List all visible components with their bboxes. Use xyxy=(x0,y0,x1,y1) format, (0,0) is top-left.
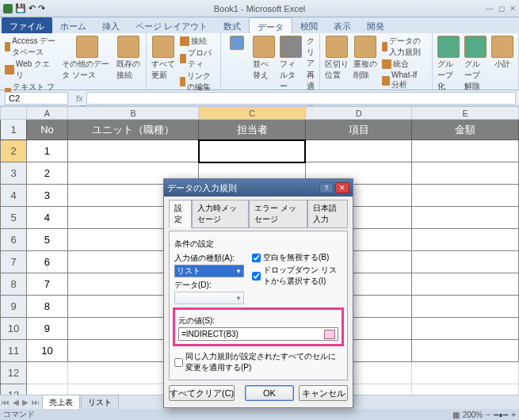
cell[interactable] xyxy=(412,162,519,185)
col-header-c[interactable]: C xyxy=(199,107,306,120)
ungroup-button[interactable]: グループ解除 xyxy=(464,36,487,92)
cell-a3[interactable]: 2 xyxy=(27,162,68,185)
cell-a6[interactable]: 5 xyxy=(27,229,68,251)
tab-file[interactable]: ファイル xyxy=(2,17,52,33)
dialog-tab-settings[interactable]: 設定 xyxy=(169,200,192,228)
name-box[interactable]: C2 xyxy=(5,92,68,105)
cell-a4[interactable]: 3 xyxy=(27,185,68,207)
cell-b2[interactable] xyxy=(67,140,199,162)
allow-combo[interactable]: リスト▼ xyxy=(174,265,244,277)
minimize-icon[interactable]: ― xyxy=(486,4,494,13)
close-icon[interactable]: ✕ xyxy=(509,4,516,13)
select-all-corner[interactable] xyxy=(1,107,27,120)
cell[interactable] xyxy=(412,185,519,207)
fx-icon[interactable]: fx xyxy=(73,94,86,103)
formula-bar[interactable] xyxy=(86,92,516,105)
col-header-d[interactable]: D xyxy=(305,107,412,120)
t2c-button[interactable]: 区切り位置 xyxy=(325,36,349,81)
cell[interactable] xyxy=(412,318,519,340)
dialog-tab-error[interactable]: エラー メッセージ xyxy=(249,200,307,228)
cell-a9[interactable]: 8 xyxy=(27,296,68,318)
cell-c2[interactable] xyxy=(199,140,306,162)
row-header-4[interactable]: 4 xyxy=(1,185,27,207)
maximize-icon[interactable]: ◻ xyxy=(498,4,505,13)
tab-dev[interactable]: 開発 xyxy=(359,17,392,33)
ignore-blank-checkbox[interactable] xyxy=(252,254,261,262)
cell-a7[interactable]: 6 xyxy=(27,251,68,273)
dialog-close-icon[interactable]: ✕ xyxy=(335,182,349,193)
row-header-7[interactable]: 7 xyxy=(1,251,27,273)
cell[interactable] xyxy=(412,340,519,362)
cancel-button[interactable]: キャンセル xyxy=(299,385,348,401)
sheet-nav-prev-icon[interactable]: ◀ xyxy=(11,398,21,407)
clear-all-button[interactable]: すべてクリア(C) xyxy=(169,385,235,401)
tab-review[interactable]: 校閲 xyxy=(292,17,326,33)
cell-a11[interactable]: 10 xyxy=(27,340,68,362)
cell[interactable] xyxy=(412,207,519,229)
dialog-help-icon[interactable]: ? xyxy=(319,182,334,193)
zoom-out-icon[interactable]: − xyxy=(486,410,490,419)
row-header-6[interactable]: 6 xyxy=(1,229,27,251)
cell-a10[interactable]: 9 xyxy=(27,318,68,340)
dropdown-checkbox[interactable] xyxy=(252,272,261,281)
hdr-person[interactable]: 担当者 xyxy=(199,120,306,140)
group-button[interactable]: グループ化 xyxy=(437,36,460,92)
zoom-in-icon[interactable]: + xyxy=(511,410,516,419)
sheet-nav-first-icon[interactable]: ⏮ xyxy=(0,398,11,407)
sheet-nav-next-icon[interactable]: ▶ xyxy=(21,398,30,407)
cell[interactable] xyxy=(412,296,519,318)
dialog-titlebar[interactable]: データの入力規則 ? ✕ xyxy=(164,179,353,197)
dup-button[interactable]: 重複の削除 xyxy=(353,36,377,81)
zoom-level[interactable]: 200% xyxy=(463,410,483,419)
tab-formulas[interactable]: 数式 xyxy=(216,17,249,33)
cell-a8[interactable]: 7 xyxy=(27,273,68,296)
row-header-8[interactable]: 8 xyxy=(1,273,27,296)
hdr-item[interactable]: 項目 xyxy=(305,120,412,140)
sheet-nav-last-icon[interactable]: ⏭ xyxy=(30,398,41,407)
ok-button[interactable]: OK xyxy=(245,385,294,401)
view-normal-icon[interactable]: ▦ xyxy=(452,410,460,419)
applyall-checkbox[interactable] xyxy=(174,358,183,367)
row-header-5[interactable]: 5 xyxy=(1,207,27,229)
tab-view[interactable]: 表示 xyxy=(326,17,359,33)
col-header-e[interactable]: E xyxy=(412,107,519,120)
source-input[interactable]: =INDIRECT(B3) xyxy=(178,327,338,341)
col-header-a[interactable]: A xyxy=(27,107,68,120)
row-header-11[interactable]: 11 xyxy=(1,340,27,362)
existing-conn-button[interactable]: 既存の接続 xyxy=(116,36,140,81)
row-header-12[interactable]: 12 xyxy=(1,362,27,384)
sheet-tab-2[interactable]: リスト xyxy=(81,395,119,410)
tab-data[interactable]: データ xyxy=(249,17,292,33)
cell-e2[interactable] xyxy=(412,140,519,162)
cell[interactable] xyxy=(27,362,68,384)
cell[interactable] xyxy=(412,273,519,296)
dialog-tab-ime[interactable]: 日本語入力 xyxy=(307,200,348,228)
tab-pagelayout[interactable]: ページ レイアウト xyxy=(128,17,216,33)
cell-a2[interactable]: 1 xyxy=(27,140,68,162)
col-header-b[interactable]: B xyxy=(67,107,199,120)
filter-button[interactable]: フィルター xyxy=(280,36,302,92)
data-combo[interactable]: ▼ xyxy=(174,292,244,304)
sheet-tab-1[interactable]: 売上表 xyxy=(42,395,80,410)
hdr-unit[interactable]: ユニット（職種） xyxy=(67,120,199,140)
sort-az-button[interactable] xyxy=(226,36,248,50)
subtotal-button[interactable]: 小計 xyxy=(491,36,513,70)
range-picker-icon[interactable] xyxy=(324,330,335,339)
hdr-amount[interactable]: 金額 xyxy=(412,120,519,140)
cell[interactable] xyxy=(412,362,519,384)
row-header-1[interactable]: 1 xyxy=(1,120,27,140)
cell[interactable] xyxy=(412,251,519,273)
dialog-tab-input[interactable]: 入力時メッセージ xyxy=(192,200,249,228)
row-header-2[interactable]: 2 xyxy=(1,140,27,162)
cell-a5[interactable]: 4 xyxy=(27,207,68,229)
row-header-10[interactable]: 10 xyxy=(1,318,27,340)
cell[interactable] xyxy=(412,229,519,251)
tab-home[interactable]: ホーム xyxy=(52,17,94,33)
row-header-9[interactable]: 9 xyxy=(1,296,27,318)
save-icon[interactable]: 💾 xyxy=(15,3,26,13)
other-source-button[interactable]: その他のデータ ソース xyxy=(62,36,112,81)
cell-d2[interactable] xyxy=(305,140,412,162)
redo-icon[interactable]: ↷ xyxy=(38,3,45,13)
undo-icon[interactable]: ↶ xyxy=(29,3,36,13)
refresh-button[interactable]: すべて更新 xyxy=(151,36,175,81)
